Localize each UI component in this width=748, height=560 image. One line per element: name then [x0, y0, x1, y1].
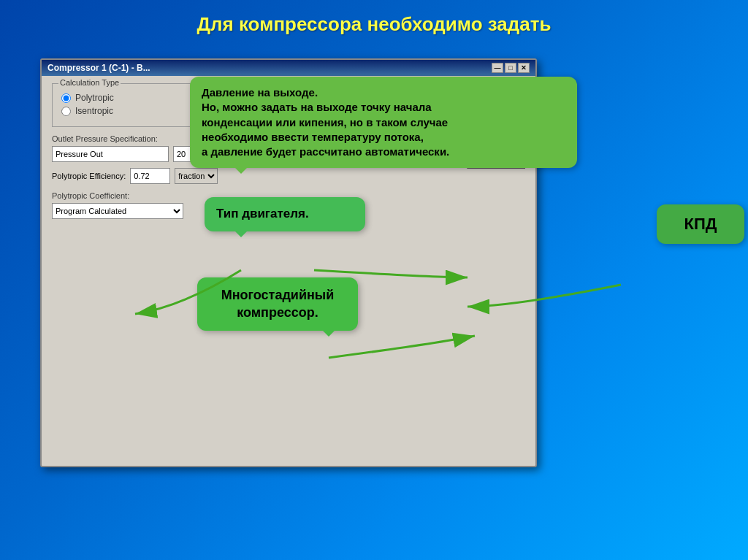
pressure-out-input[interactable] [52, 146, 169, 162]
coeff-select[interactable]: Program Calculated User Specified [52, 203, 183, 219]
tooltip-engine-text: Тип двигателя. [216, 207, 309, 220]
close-button[interactable]: ✕ [518, 63, 530, 73]
isentropic-label: Isentropic [75, 106, 113, 116]
efficiency-row: Polytropic Efficiency: fraction % [52, 168, 525, 184]
efficiency-input[interactable] [130, 168, 170, 184]
tooltip-main-text: Давление на выходе. Но, можно задать на … [202, 86, 449, 158]
efficiency-unit-select[interactable]: fraction % [175, 168, 218, 184]
polytropic-label: Polytropic [75, 93, 114, 103]
minimize-button[interactable]: — [492, 63, 503, 73]
dialog-title: Compressor 1 (C-1) - В... [47, 63, 150, 73]
calc-type-label: Calculation Type [58, 78, 121, 87]
dialog-titlebar: Compressor 1 (C-1) - В... — □ ✕ [42, 60, 535, 76]
tooltip-engine-bubble: Тип двигателя. [205, 197, 365, 231]
titlebar-buttons: — □ ✕ [492, 63, 530, 73]
tooltip-multistage-text: Многостадийныйкомпрессор. [221, 288, 335, 320]
tooltip-multistage-bubble: Многостадийныйкомпрессор. [197, 277, 358, 331]
tooltip-main-bubble: Давление на выходе. Но, можно задать на … [190, 77, 577, 168]
tooltip-kpd-text: КПД [684, 215, 717, 233]
maximize-button[interactable]: □ [505, 63, 516, 73]
tooltip-kpd-bubble: КПД [657, 204, 744, 244]
page-title: Для компрессора необходимо задать [0, 0, 748, 43]
efficiency-label: Polytropic Efficiency: [52, 172, 126, 180]
isentropic-radio[interactable] [61, 107, 71, 116]
polytropic-radio[interactable] [61, 93, 71, 103]
